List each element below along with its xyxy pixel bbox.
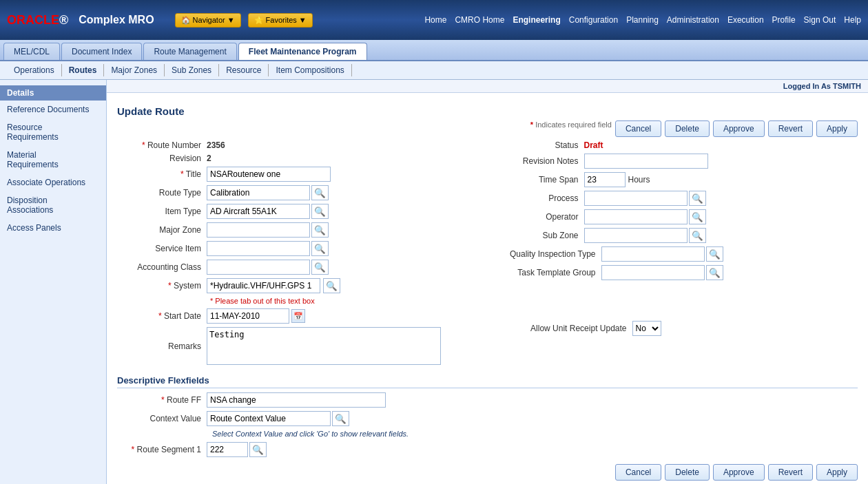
- quality-inspection-search-button[interactable]: 🔍: [706, 246, 723, 262]
- title-input[interactable]: [207, 167, 331, 182]
- context-note: Select Context Value and click 'Go' to s…: [212, 430, 858, 438]
- accounting-class-search-button[interactable]: 🔍: [311, 260, 329, 275]
- nav-help[interactable]: Help: [844, 15, 861, 25]
- apply-button-top[interactable]: Apply: [816, 120, 858, 137]
- title-row: Title: [117, 167, 481, 182]
- apply-button-bottom[interactable]: Apply: [816, 464, 858, 481]
- subnav-major-zones[interactable]: Major Zones: [104, 64, 165, 76]
- form-left-col: Route Number 2356 Revision 2 Title: [117, 140, 481, 368]
- chevron-down-icon: ▼: [227, 16, 235, 24]
- req-star: *: [530, 120, 533, 129]
- operator-label: Operator: [495, 212, 584, 222]
- item-type-search-button[interactable]: 🔍: [311, 204, 329, 219]
- delete-button-top[interactable]: Delete: [665, 120, 710, 137]
- item-type-label: Item Type: [117, 207, 207, 216]
- favorites-button[interactable]: ⭐ Favorites ▼: [248, 13, 313, 28]
- revert-button-top[interactable]: Revert: [768, 120, 813, 137]
- nav-engineering[interactable]: Engineering: [513, 15, 560, 25]
- subnav-item-compositions[interactable]: Item Compositions: [269, 64, 351, 76]
- subnav-sub-zones[interactable]: Sub Zones: [165, 64, 219, 76]
- nav-cmro-home[interactable]: CMRO Home: [455, 15, 504, 25]
- nav-execution[interactable]: Execution: [727, 15, 764, 25]
- route-ff-label: Route FF: [117, 395, 207, 405]
- major-zone-input[interactable]: [207, 222, 310, 238]
- process-search-button[interactable]: 🔍: [689, 191, 706, 206]
- time-span-row: Time Span Hours: [495, 172, 858, 187]
- system-search-button[interactable]: 🔍: [323, 278, 340, 293]
- sidebar-item-resource-requirements[interactable]: ResourceRequirements: [0, 118, 106, 146]
- delete-button-bottom[interactable]: Delete: [665, 464, 710, 481]
- revision-value: 2: [207, 154, 211, 163]
- major-zone-search-button[interactable]: 🔍: [311, 222, 329, 238]
- sub-zone-input[interactable]: [584, 228, 688, 243]
- context-value-search-button[interactable]: 🔍: [332, 411, 349, 426]
- task-template-search-button[interactable]: 🔍: [706, 265, 723, 280]
- major-zone-row: Major Zone 🔍: [117, 222, 481, 238]
- revision-row: Revision 2: [117, 154, 481, 163]
- chevron-down-icon: ▼: [299, 16, 307, 24]
- revision-label: Revision: [117, 154, 207, 163]
- navigator-button[interactable]: 🏠 Navigator ▼: [175, 13, 241, 28]
- start-date-input[interactable]: [207, 308, 289, 324]
- quality-inspection-input[interactable]: [601, 246, 705, 262]
- context-value-input[interactable]: [207, 411, 331, 426]
- tab-fleet-maintenance[interactable]: Fleet Maintenance Program: [238, 43, 367, 60]
- calendar-button[interactable]: 📅: [291, 309, 305, 323]
- nav-planning[interactable]: Planning: [626, 15, 659, 25]
- approve-button-bottom[interactable]: Approve: [713, 464, 765, 481]
- start-date-row: Start Date 📅: [117, 308, 481, 324]
- item-type-input[interactable]: [207, 204, 310, 219]
- tab-route-management[interactable]: Route Management: [143, 43, 236, 60]
- tab-mel-cdl[interactable]: MEL/CDL: [3, 43, 60, 60]
- remarks-textarea[interactable]: Testing: [207, 327, 441, 365]
- route-type-input[interactable]: [207, 185, 310, 200]
- operator-search-button[interactable]: 🔍: [689, 209, 706, 224]
- operator-input[interactable]: [584, 209, 688, 224]
- cancel-button-bottom[interactable]: Cancel: [615, 464, 661, 481]
- nav-configuration[interactable]: Configuration: [569, 15, 618, 25]
- revert-button-bottom[interactable]: Revert: [768, 464, 813, 481]
- operator-row: Operator 🔍: [495, 209, 858, 224]
- service-item-input[interactable]: [207, 241, 310, 256]
- route-type-search-button[interactable]: 🔍: [311, 185, 329, 200]
- tab-document-index[interactable]: Document Index: [61, 43, 142, 60]
- sidebar-item-associate-operations[interactable]: Associate Operations: [0, 173, 106, 191]
- subnav-operations[interactable]: Operations: [7, 64, 62, 76]
- subnav-resource[interactable]: Resource: [219, 64, 269, 76]
- logged-in-bar: Logged In As TSMITH: [107, 80, 868, 93]
- sidebar-item-details[interactable]: Details: [0, 85, 106, 101]
- sidebar-item-reference-documents[interactable]: Reference Documents: [0, 101, 106, 118]
- allow-unit-label: Allow Unit Receipt Update: [495, 324, 632, 333]
- service-item-search-button[interactable]: 🔍: [311, 241, 329, 256]
- system-input[interactable]: [207, 278, 320, 293]
- accounting-class-input[interactable]: [207, 260, 310, 275]
- cancel-button-top[interactable]: Cancel: [615, 120, 661, 137]
- start-date-row-inner: 📅: [207, 308, 305, 324]
- spacer-row-1: [495, 284, 858, 299]
- route-number-label: Route Number: [117, 140, 207, 150]
- task-template-input[interactable]: [601, 265, 705, 280]
- approve-button-top[interactable]: Approve: [713, 120, 765, 137]
- service-item-row: Service Item 🔍: [117, 241, 481, 256]
- subnav-routes[interactable]: Routes: [62, 64, 105, 76]
- allow-unit-select[interactable]: No Yes: [632, 321, 661, 336]
- form-right-col: Status Draft Revision Notes Time Span Ho…: [495, 140, 858, 368]
- route-segment-input[interactable]: [207, 442, 248, 457]
- route-ff-input[interactable]: [207, 392, 386, 408]
- nav-home[interactable]: Home: [424, 15, 446, 25]
- sidebar-item-material-requirements[interactable]: MaterialRequirements: [0, 146, 106, 173]
- route-ff-row: Route FF: [117, 392, 858, 408]
- process-input[interactable]: [584, 191, 688, 206]
- sidebar-item-access-panels[interactable]: Access Panels: [0, 219, 106, 237]
- nav-profile[interactable]: Profile: [772, 15, 796, 25]
- nav-administration[interactable]: Administration: [667, 15, 719, 25]
- sidebar: Details Reference Documents ResourceRequ…: [0, 80, 107, 484]
- revision-notes-input[interactable]: [584, 154, 708, 169]
- nav-sign-out[interactable]: Sign Out: [804, 15, 836, 25]
- sidebar-item-disposition-associations[interactable]: DispositionAssociations: [0, 191, 106, 219]
- sub-zone-search-button[interactable]: 🔍: [689, 228, 706, 243]
- star-icon: ⭐: [254, 16, 264, 25]
- route-segment-search-button[interactable]: 🔍: [249, 442, 267, 457]
- time-span-input[interactable]: [584, 172, 626, 187]
- route-segment-row: Route Segment 1 🔍: [117, 442, 858, 457]
